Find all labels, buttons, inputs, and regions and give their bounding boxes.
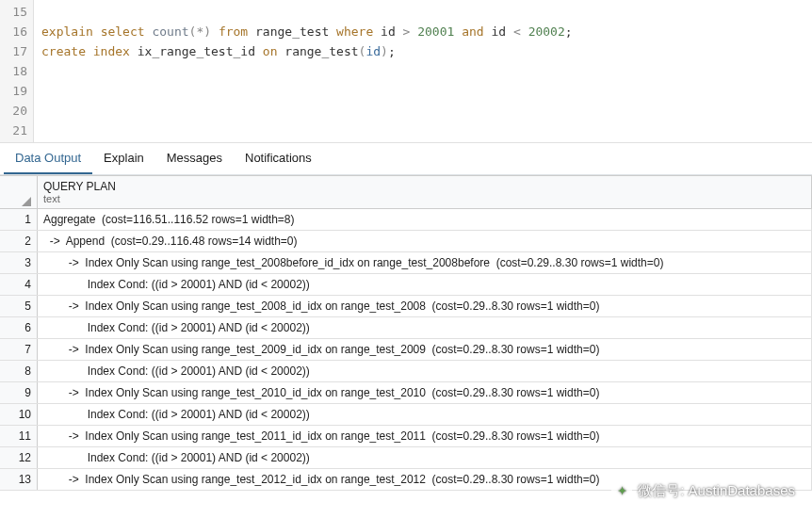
- tab-explain[interactable]: Explain: [92, 143, 155, 174]
- tab-data-output[interactable]: Data Output: [4, 143, 92, 174]
- table-row[interactable]: 11 -> Index Only Scan using range_test_2…: [0, 426, 812, 447]
- query-plan-cell[interactable]: Index Cond: ((id > 20001) AND (id < 2000…: [38, 317, 812, 338]
- line-number: 20: [0, 101, 33, 121]
- row-number[interactable]: 7: [0, 339, 38, 360]
- query-plan-cell[interactable]: Index Cond: ((id > 20001) AND (id < 2000…: [38, 274, 812, 295]
- table-row[interactable]: 7 -> Index Only Scan using range_test_20…: [0, 339, 812, 361]
- code-line: [41, 81, 804, 101]
- row-number[interactable]: 8: [0, 361, 38, 381]
- code-area[interactable]: explain select count(*) from range_test …: [34, 0, 812, 142]
- code-line: [41, 101, 804, 121]
- code-line: [41, 121, 804, 140]
- table-row[interactable]: 1Aggregate (cost=116.51..116.52 rows=1 w…: [0, 209, 812, 231]
- table-row[interactable]: 5 -> Index Only Scan using range_test_20…: [0, 296, 812, 317]
- table-row[interactable]: 10 Index Cond: ((id > 20001) AND (id < 2…: [0, 404, 812, 426]
- line-number: 15: [0, 2, 33, 22]
- table-row[interactable]: 3 -> Index Only Scan using range_test_20…: [0, 252, 812, 274]
- watermark: ✦ 微信号: AustinDatabases: [611, 480, 795, 501]
- query-plan-cell[interactable]: -> Index Only Scan using range_test_2010…: [38, 382, 812, 403]
- table-row[interactable]: 2 -> Append (cost=0.29..116.48 rows=14 w…: [0, 231, 812, 252]
- line-number: 19: [0, 81, 33, 101]
- query-plan-cell[interactable]: Index Cond: ((id > 20001) AND (id < 2000…: [38, 361, 812, 381]
- select-all-icon: [22, 197, 31, 206]
- query-plan-cell[interactable]: -> Index Only Scan using range_test_2008…: [38, 252, 812, 273]
- row-number[interactable]: 10: [0, 404, 38, 425]
- line-number: 21: [0, 121, 33, 140]
- table-row[interactable]: 4 Index Cond: ((id > 20001) AND (id < 20…: [0, 274, 812, 296]
- row-number[interactable]: 4: [0, 274, 38, 295]
- row-number[interactable]: 13: [0, 469, 38, 490]
- row-number[interactable]: 6: [0, 317, 38, 338]
- column-name: QUERY PLAN: [43, 180, 805, 193]
- table-row[interactable]: 9 -> Index Only Scan using range_test_20…: [0, 382, 812, 404]
- code-line: [41, 61, 804, 81]
- tab-notifications[interactable]: Notifications: [234, 143, 323, 174]
- query-plan-cell[interactable]: Index Cond: ((id > 20001) AND (id < 2000…: [38, 447, 812, 468]
- select-all-corner[interactable]: [0, 176, 38, 208]
- query-plan-cell[interactable]: Index Cond: ((id > 20001) AND (id < 2000…: [38, 404, 812, 425]
- grid-body: 1Aggregate (cost=116.51..116.52 rows=1 w…: [0, 209, 812, 491]
- watermark-text: 微信号: AustinDatabases: [638, 482, 795, 500]
- row-number[interactable]: 3: [0, 252, 38, 273]
- line-number: 17: [0, 41, 33, 61]
- grid-header-row: QUERY PLAN text: [0, 176, 812, 209]
- query-plan-cell[interactable]: Aggregate (cost=116.51..116.52 rows=1 wi…: [38, 209, 812, 230]
- line-gutter: 15161718192021: [0, 0, 34, 142]
- table-row[interactable]: 8 Index Cond: ((id > 20001) AND (id < 20…: [0, 361, 812, 382]
- table-row[interactable]: 12 Index Cond: ((id > 20001) AND (id < 2…: [0, 447, 812, 469]
- row-number[interactable]: 9: [0, 382, 38, 403]
- results-grid: QUERY PLAN text 1Aggregate (cost=116.51.…: [0, 175, 812, 491]
- tab-messages[interactable]: Messages: [155, 143, 234, 174]
- line-number: 18: [0, 61, 33, 81]
- row-number[interactable]: 12: [0, 447, 38, 468]
- query-plan-cell[interactable]: -> Index Only Scan using range_test_2009…: [38, 339, 812, 360]
- wechat-icon: ✦: [611, 480, 632, 501]
- row-number[interactable]: 1: [0, 209, 38, 230]
- table-row[interactable]: 6 Index Cond: ((id > 20001) AND (id < 20…: [0, 317, 812, 339]
- code-line: create index ix_range_test_id on range_t…: [41, 41, 804, 61]
- query-plan-cell[interactable]: -> Index Only Scan using range_test_2008…: [38, 296, 812, 316]
- line-number: 16: [0, 22, 33, 41]
- column-header-query-plan[interactable]: QUERY PLAN text: [38, 176, 812, 208]
- column-type: text: [43, 193, 805, 204]
- row-number[interactable]: 11: [0, 426, 38, 446]
- results-tabs: Data OutputExplainMessagesNotifications: [0, 143, 812, 175]
- query-plan-cell[interactable]: -> Append (cost=0.29..116.48 rows=14 wid…: [38, 231, 812, 251]
- row-number[interactable]: 2: [0, 231, 38, 251]
- sql-editor: 15161718192021 explain select count(*) f…: [0, 0, 812, 143]
- code-line: [41, 2, 804, 22]
- query-plan-cell[interactable]: -> Index Only Scan using range_test_2011…: [38, 426, 812, 446]
- row-number[interactable]: 5: [0, 296, 38, 316]
- code-line: explain select count(*) from range_test …: [41, 22, 804, 41]
